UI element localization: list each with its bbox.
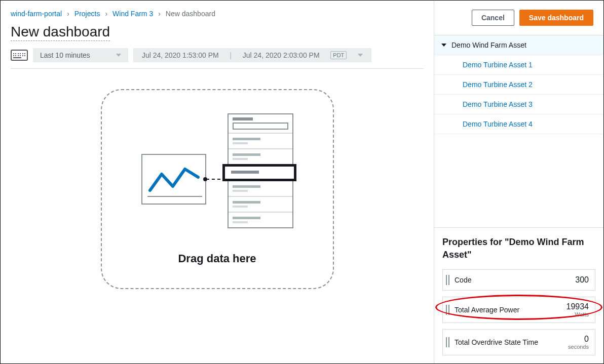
chevron-right-icon: › bbox=[105, 10, 107, 18]
properties-panel: Properties for "Demo Wind Farm Asset" Co… bbox=[434, 227, 603, 363]
breadcrumb-link-portal[interactable]: wind-farm-portal bbox=[11, 10, 62, 18]
asset-tree: Demo Wind Farm Asset Demo Turbine Asset … bbox=[434, 35, 603, 134]
property-name: Total Overdrive State Time bbox=[455, 338, 563, 346]
time-range-start: Jul 24, 2020 1:53:00 PM bbox=[142, 51, 219, 59]
asset-tree-child[interactable]: Demo Turbine Asset 3 bbox=[434, 95, 603, 114]
property-card-total-overdrive-state-time[interactable]: Total Overdrive State Time 0 seconds bbox=[442, 329, 595, 355]
grip-icon bbox=[446, 305, 449, 315]
time-range-picker[interactable]: Jul 24, 2020 1:53:00 PM | Jul 24, 2020 2… bbox=[133, 48, 371, 62]
breadcrumb-current: New dashboard bbox=[166, 10, 215, 18]
chevron-right-icon: › bbox=[158, 10, 161, 18]
property-name: Total Average Power bbox=[455, 306, 561, 314]
asset-tree-child[interactable]: Demo Turbine Asset 2 bbox=[434, 75, 603, 95]
grip-icon bbox=[446, 337, 449, 347]
page-title[interactable]: New dashboard bbox=[11, 24, 110, 41]
cancel-button[interactable]: Cancel bbox=[472, 10, 514, 26]
timezone-badge: PDT bbox=[330, 51, 347, 59]
property-value: 300 bbox=[575, 275, 589, 284]
asset-tree-child[interactable]: Demo Turbine Asset 4 bbox=[434, 114, 603, 134]
drop-zone[interactable]: Drag data here bbox=[101, 89, 334, 289]
property-name: Code bbox=[455, 276, 570, 284]
property-value: 0 bbox=[584, 335, 589, 343]
drop-zone-label: Drag data here bbox=[178, 252, 256, 265]
breadcrumb-link-windfarm3[interactable]: Wind Farm 3 bbox=[112, 10, 153, 18]
asset-tree-child[interactable]: Demo Turbine Asset 1 bbox=[434, 55, 603, 75]
drop-zone-illustration bbox=[141, 113, 293, 235]
grip-icon bbox=[446, 275, 449, 285]
property-card-total-average-power[interactable]: Total Average Power 19934 Watts bbox=[442, 297, 595, 323]
caret-down-icon bbox=[116, 54, 121, 57]
asset-tree-parent-label: Demo Wind Farm Asset bbox=[451, 41, 526, 49]
time-range-end: Jul 24, 2020 2:03:00 PM bbox=[243, 51, 320, 59]
property-card-code[interactable]: Code 300 bbox=[442, 269, 595, 291]
time-preset-label: Last 10 minutes bbox=[40, 51, 90, 59]
property-value: 19934 bbox=[567, 302, 589, 311]
time-bar: Last 10 minutes Jul 24, 2020 1:53:00 PM … bbox=[11, 48, 424, 62]
keyboard-icon[interactable] bbox=[11, 50, 28, 61]
property-unit: seconds bbox=[568, 344, 589, 350]
triangle-down-icon bbox=[441, 44, 446, 47]
property-unit: Watts bbox=[567, 311, 589, 317]
chevron-right-icon: › bbox=[67, 10, 69, 18]
divider: | bbox=[230, 51, 232, 59]
save-dashboard-button[interactable]: Save dashboard bbox=[519, 10, 593, 26]
properties-title: Properties for "Demo Wind Farm Asset" bbox=[442, 236, 595, 261]
time-preset-select[interactable]: Last 10 minutes bbox=[33, 48, 128, 62]
caret-down-icon bbox=[358, 54, 363, 57]
breadcrumb: wind-farm-portal › Projects › Wind Farm … bbox=[11, 10, 424, 18]
breadcrumb-link-projects[interactable]: Projects bbox=[74, 10, 100, 18]
asset-tree-parent[interactable]: Demo Wind Farm Asset bbox=[434, 35, 603, 55]
divider bbox=[11, 68, 424, 69]
sidebar-actions: Cancel Save dashboard bbox=[434, 1, 603, 35]
